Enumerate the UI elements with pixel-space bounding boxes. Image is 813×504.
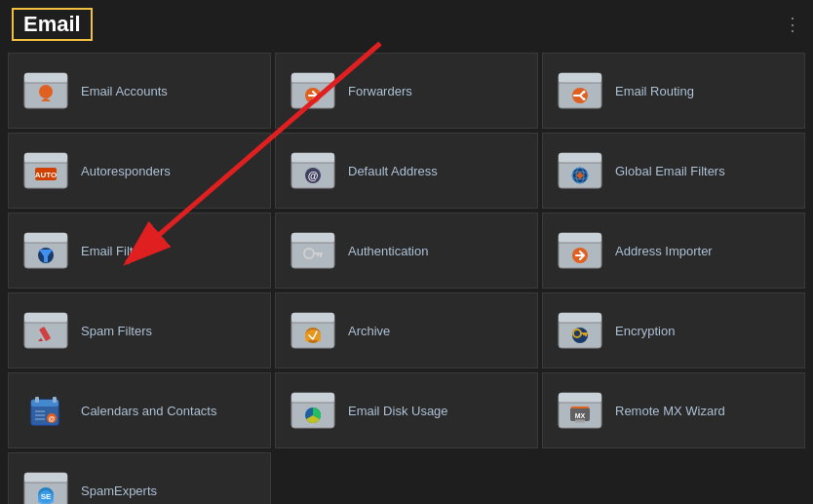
svg-rect-54 xyxy=(291,313,334,323)
spamexperts-icon: SE xyxy=(22,467,69,504)
menu-icon[interactable]: ⋮ xyxy=(784,14,801,35)
page-title: Email xyxy=(12,8,93,41)
tile-encryption[interactable]: Encryption xyxy=(542,292,805,368)
encryption-label: Encryption xyxy=(615,324,675,338)
spamexperts-label: SpamExperts xyxy=(81,484,157,498)
svg-rect-33 xyxy=(24,233,67,243)
email-routing-icon xyxy=(557,67,603,114)
tile-global-email-filters[interactable]: Global Email Filters xyxy=(542,133,805,209)
svg-rect-84 xyxy=(571,407,589,408)
svg-text:@: @ xyxy=(49,415,56,422)
svg-rect-49 xyxy=(24,313,67,323)
svg-rect-9 xyxy=(559,73,601,83)
svg-rect-1 xyxy=(24,73,67,83)
email-filters-icon xyxy=(22,227,69,274)
remote-mx-wizard-icon: MX xyxy=(557,387,603,434)
remote-mx-wizard-label: Remote MX Wizard xyxy=(615,404,725,418)
tile-address-importer[interactable]: Address Importer xyxy=(542,213,805,289)
tile-autoresponders[interactable]: AUTO Autoresponders xyxy=(8,133,271,209)
address-importer-icon xyxy=(557,227,603,274)
global-email-filters-label: Global Email Filters xyxy=(615,164,725,178)
forwarders-icon xyxy=(290,67,336,114)
svg-text:@: @ xyxy=(308,170,319,181)
tile-email-disk-usage[interactable]: Email Disk Usage xyxy=(275,372,538,448)
tile-email-routing[interactable]: Email Routing xyxy=(542,53,805,129)
autoresponders-label: Autoresponders xyxy=(81,164,171,178)
svg-rect-38 xyxy=(291,233,334,243)
email-routing-label: Email Routing xyxy=(615,84,694,98)
global-email-filters-icon xyxy=(557,147,603,194)
email-disk-usage-label: Email Disk Usage xyxy=(348,404,448,418)
svg-rect-20 xyxy=(291,153,334,163)
svg-text:MX: MX xyxy=(575,412,586,419)
spam-filters-label: Spam Filters xyxy=(81,324,152,338)
svg-rect-58 xyxy=(559,313,601,323)
tile-default-address[interactable]: @ Default Address xyxy=(275,133,538,209)
tile-forwarders[interactable]: Forwarders xyxy=(275,53,538,129)
address-importer-label: Address Importer xyxy=(615,244,713,258)
tile-spam-filters[interactable]: Spam Filters xyxy=(8,292,271,368)
tile-archive[interactable]: Archive xyxy=(275,292,538,368)
svg-rect-5 xyxy=(291,73,334,83)
svg-rect-25 xyxy=(559,153,601,163)
email-accounts-label: Email Accounts xyxy=(81,84,168,98)
svg-rect-86 xyxy=(24,473,67,483)
tiles-grid: Email Accounts Forwarders xyxy=(0,49,813,504)
archive-label: Archive xyxy=(348,324,390,338)
calendars-contacts-label: Calendars and Contacts xyxy=(81,404,216,418)
default-address-label: Default Address xyxy=(348,164,438,178)
autoresponders-icon: AUTO xyxy=(22,147,69,194)
email-accounts-icon xyxy=(22,67,69,114)
default-address-icon: @ xyxy=(290,147,336,194)
email-disk-usage-icon xyxy=(290,387,336,434)
svg-text:SE: SE xyxy=(41,492,52,501)
authentication-icon xyxy=(290,227,336,274)
svg-rect-75 xyxy=(291,393,334,403)
email-filters-label: Email Filters xyxy=(81,244,151,258)
svg-text:AUTO: AUTO xyxy=(35,171,58,179)
svg-rect-15 xyxy=(24,153,67,163)
authentication-label: Authentication xyxy=(348,244,428,258)
tile-calendars-contacts[interactable]: @ Calendars and Contacts xyxy=(8,372,271,448)
svg-rect-67 xyxy=(35,397,39,403)
calendars-contacts-icon: @ xyxy=(22,387,69,434)
encryption-icon xyxy=(557,307,603,354)
archive-icon xyxy=(290,307,336,354)
tile-authentication[interactable]: Authentication xyxy=(275,213,538,289)
svg-rect-45 xyxy=(559,233,601,243)
tile-remote-mx-wizard[interactable]: MX Remote MX Wizard xyxy=(542,372,805,448)
svg-rect-68 xyxy=(53,397,57,403)
tile-spamexperts[interactable]: SE SpamExperts xyxy=(8,452,271,504)
tile-email-accounts[interactable]: Email Accounts xyxy=(8,53,271,129)
svg-rect-79 xyxy=(559,393,601,403)
tile-email-filters[interactable]: Email Filters xyxy=(8,213,271,289)
svg-point-2 xyxy=(39,85,53,98)
forwarders-label: Forwarders xyxy=(348,84,412,98)
spam-filters-icon xyxy=(22,307,69,354)
